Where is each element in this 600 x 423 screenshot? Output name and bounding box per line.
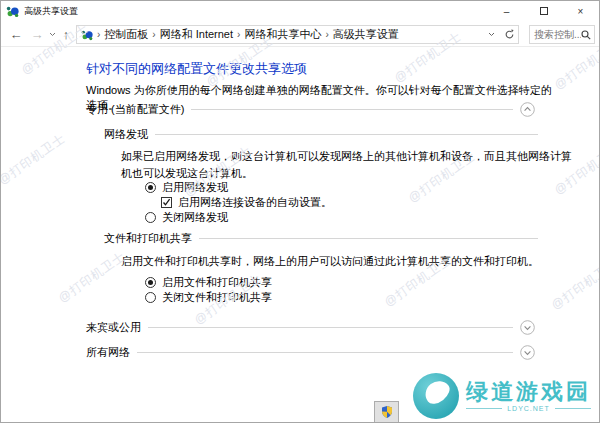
radio-enable-network-discovery[interactable]: 启用网络发现 xyxy=(145,180,228,195)
window-title: 高级共享设置 xyxy=(24,5,78,18)
breadcrumb-separator: › xyxy=(148,29,159,40)
breadcrumb-separator: › xyxy=(93,29,104,40)
save-changes-button[interactable] xyxy=(374,401,399,423)
address-dropdown-icon[interactable] xyxy=(482,26,500,43)
section-all-networks: 所有网络 xyxy=(86,345,535,360)
section-guest-public-title: 来宾或公用 xyxy=(86,320,141,335)
subsection-network-discovery: 网络发现 xyxy=(104,127,538,142)
advanced-sharing-settings-window: 高级共享设置 – × ← → ↑ › 控制面板 › 网络和 Internet › xyxy=(0,0,600,423)
radio-enable-file-printer-sharing[interactable]: 启用文件和打印机共享 xyxy=(145,275,272,290)
logo-leaf-icon xyxy=(413,373,459,419)
breadcrumb-network-internet[interactable]: 网络和 Internet xyxy=(160,27,233,42)
divider xyxy=(555,408,591,409)
search-box[interactable] xyxy=(529,25,595,44)
radio-disable-network-discovery[interactable]: 关闭网络发现 xyxy=(145,210,228,225)
uac-shield-icon xyxy=(382,406,392,418)
radio-checked-icon[interactable] xyxy=(145,277,156,288)
radio-checked-icon[interactable] xyxy=(145,182,156,193)
expand-section-icon[interactable] xyxy=(520,320,535,335)
title-bar: 高级共享设置 – × xyxy=(1,1,599,21)
search-input[interactable] xyxy=(530,29,581,40)
checkbox-auto-setup-devices[interactable]: 启用网络连接设备的自动设置。 xyxy=(161,195,332,210)
search-icon xyxy=(581,30,591,40)
divider xyxy=(466,408,502,409)
file-printer-sharing-description: 启用文件和打印机共享时，网络上的用户可以访问通过此计算机共享的文件和打印机。 xyxy=(121,253,577,270)
radio-label: 启用网络发现 xyxy=(162,180,228,195)
minimize-button[interactable]: – xyxy=(488,1,525,21)
section-guest-public: 来宾或公用 xyxy=(86,320,535,335)
section-private: 专用 (当前配置文件) xyxy=(86,102,535,117)
checkbox-label: 启用网络连接设备的自动设置。 xyxy=(178,195,332,210)
subsection-file-printer-sharing: 文件和打印机共享 xyxy=(104,231,538,246)
breadcrumb-separator: › xyxy=(233,29,244,40)
logo-name: 绿道游戏园 xyxy=(466,380,591,403)
logo-subtitle-row: LDYC.NET xyxy=(466,405,591,412)
up-button[interactable]: ↑ xyxy=(58,21,74,47)
divider xyxy=(137,352,513,353)
network-sharing-icon xyxy=(81,29,93,41)
page-title: 针对不同的网络配置文件更改共享选项 xyxy=(86,60,307,78)
maximize-icon xyxy=(540,7,548,15)
address-bar[interactable]: › 控制面板 › 网络和 Internet › 网络和共享中心 › 高级共享设置 xyxy=(76,25,519,44)
site-logo: 绿道游戏园 LDYC.NET xyxy=(405,371,593,421)
main-content: 针对不同的网络配置文件更改共享选项 Windows 为你所使用的每个网络创建单独… xyxy=(1,47,599,422)
radio-unchecked-icon[interactable] xyxy=(145,292,156,303)
close-button[interactable]: × xyxy=(562,1,599,21)
divider xyxy=(191,109,513,110)
section-private-title: 专用 (当前配置文件) xyxy=(86,102,184,117)
divider xyxy=(155,134,538,135)
network-discovery-description: 如果已启用网络发现，则这台计算机可以发现网络上的其他计算机和设备，而且其他网络计… xyxy=(121,148,577,181)
navigation-bar: ← → ↑ › 控制面板 › 网络和 Internet › 网络和共享中心 › … xyxy=(1,21,599,47)
network-discovery-title: 网络发现 xyxy=(104,127,148,142)
file-printer-sharing-title: 文件和打印机共享 xyxy=(104,231,192,246)
breadcrumb-separator: › xyxy=(321,29,332,40)
back-button[interactable]: ← xyxy=(7,21,25,47)
expand-section-icon[interactable] xyxy=(520,345,535,360)
history-dropdown-icon[interactable] xyxy=(47,21,57,47)
radio-unchecked-icon[interactable] xyxy=(145,212,156,223)
checkbox-checked-icon[interactable] xyxy=(161,197,172,208)
refresh-icon[interactable] xyxy=(500,26,518,43)
collapse-section-icon[interactable] xyxy=(520,102,535,117)
network-sharing-icon xyxy=(6,5,19,18)
radio-label: 关闭网络发现 xyxy=(162,210,228,225)
divider xyxy=(199,238,538,239)
forward-button[interactable]: → xyxy=(28,21,46,47)
maximize-button[interactable] xyxy=(525,1,562,21)
radio-disable-file-printer-sharing[interactable]: 关闭文件和打印机共享 xyxy=(145,290,272,305)
radio-label: 启用文件和打印机共享 xyxy=(162,275,272,290)
breadcrumb-advanced-sharing[interactable]: 高级共享设置 xyxy=(333,27,399,42)
radio-label: 关闭文件和打印机共享 xyxy=(162,290,272,305)
breadcrumb-control-panel[interactable]: 控制面板 xyxy=(104,27,148,42)
section-all-networks-title: 所有网络 xyxy=(86,345,130,360)
divider xyxy=(148,327,513,328)
logo-subtitle: LDYC.NET xyxy=(502,405,555,412)
breadcrumb-network-sharing-center[interactable]: 网络和共享中心 xyxy=(244,27,321,42)
